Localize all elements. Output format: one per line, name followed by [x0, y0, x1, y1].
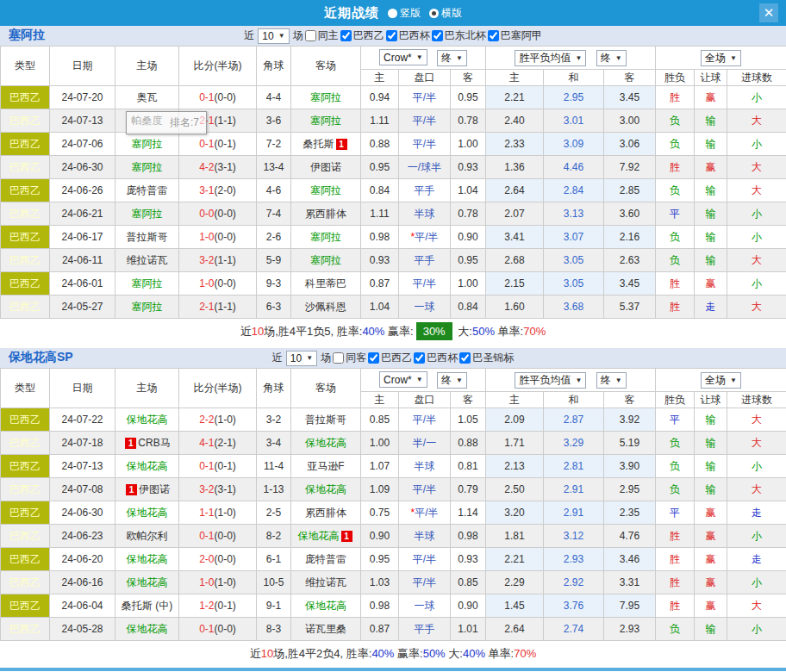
league-checkbox-input[interactable]: [414, 352, 425, 364]
team-name-link[interactable]: 累西腓体: [305, 208, 346, 220]
team-name-link[interactable]: 沙佩科恩: [305, 301, 346, 313]
cell-date: 24-06-17: [50, 226, 115, 249]
team-name-link[interactable]: 累西腓体: [305, 507, 346, 519]
score-halftime: (2-1): [215, 437, 236, 449]
team-name-link[interactable]: 维拉诺瓦: [127, 254, 168, 266]
league-filter[interactable]: 巴塞阿甲: [488, 28, 542, 43]
cell-avg-home: 2.13: [486, 455, 544, 478]
team-name-link[interactable]: 保地花高: [127, 553, 168, 565]
league-checkbox-input[interactable]: [459, 352, 471, 364]
team-name-link[interactable]: 塞阿拉: [310, 91, 341, 103]
team-name-link[interactable]: 桑托斯 (中): [122, 600, 172, 612]
odds-final-select[interactable]: 终▼: [437, 50, 467, 66]
handicap-value: 平手: [415, 623, 435, 635]
radio-icon[interactable]: [388, 9, 397, 18]
team-name-link[interactable]: CRB马: [138, 437, 170, 449]
league-filter[interactable]: 巴西杯: [414, 351, 458, 365]
league-filter[interactable]: 巴西杯: [386, 28, 430, 43]
team-name-link[interactable]: 塞阿拉: [132, 138, 163, 150]
cell-result: 胜: [656, 156, 695, 179]
horizontal-layout-radio[interactable]: 横版: [429, 6, 462, 21]
league-filter-label: 巴塞阿甲: [501, 28, 542, 43]
cell-odds-home: 0.98: [361, 226, 399, 249]
avg-odds-select[interactable]: 胜平负均值▼: [515, 50, 586, 66]
summary-part: 单率:: [485, 646, 514, 662]
team-name-link[interactable]: 桑托斯: [303, 138, 334, 150]
team-name-link[interactable]: 保地花高: [305, 483, 346, 495]
col-home: 主场: [115, 47, 179, 86]
cell-date: 24-07-18: [50, 432, 115, 455]
same-home-checkbox[interactable]: 同主: [305, 28, 339, 43]
handicap-value: 平/半: [413, 138, 436, 150]
league-checkbox-input[interactable]: [432, 30, 443, 41]
cell-away: 桑托斯1: [291, 133, 361, 156]
cell-corners: 6-1: [257, 548, 291, 571]
team-name-link[interactable]: 亚马逊F: [307, 460, 344, 472]
team-name-link[interactable]: 普拉斯哥: [127, 231, 168, 243]
team-name-link[interactable]: 庞特普雷: [305, 553, 346, 565]
league-checkbox-input[interactable]: [368, 352, 379, 364]
team-name-link[interactable]: 塞阿拉: [132, 161, 163, 173]
team-name-link[interactable]: 塞阿拉: [310, 254, 341, 266]
odds-company-select[interactable]: Crow*▼: [379, 49, 427, 65]
league-checkbox-input[interactable]: [488, 30, 499, 41]
same-away-checkbox[interactable]: 同客: [333, 351, 366, 365]
team-name-link[interactable]: 欧帕尔利: [127, 530, 168, 542]
team-name-link[interactable]: 保地花高: [127, 460, 168, 472]
scope-select[interactable]: 全场▼: [701, 372, 741, 389]
cell-odds-home: 0.84: [361, 179, 399, 202]
team-name-link[interactable]: 奥瓦: [137, 91, 158, 103]
league-filter-label: 巴西乙: [381, 351, 412, 365]
team-name-link[interactable]: 保地花高: [127, 576, 168, 588]
team-name-link[interactable]: 保地花高: [127, 507, 168, 519]
avg-final-select[interactable]: 终▼: [596, 372, 627, 389]
col-corner: 角球: [257, 47, 291, 86]
odds-company-select[interactable]: Crow*▼: [379, 371, 427, 388]
score-halftime: (1-0): [215, 507, 236, 519]
close-icon[interactable]: ✕: [759, 3, 778, 22]
summary-part: 赢率:: [394, 646, 422, 662]
team-name-link[interactable]: 诺瓦里桑: [305, 623, 346, 635]
team-name-link[interactable]: 塞阿拉: [310, 184, 341, 196]
team-name-link[interactable]: 保地花高: [127, 414, 168, 426]
team-name-link[interactable]: 塞阿拉: [310, 115, 341, 127]
team-name-link[interactable]: 科里蒂巴: [305, 277, 346, 289]
vertical-layout-radio[interactable]: 竖版: [388, 6, 421, 21]
league-filter[interactable]: 巴西乙: [340, 28, 384, 43]
team-name-link[interactable]: 塞阿拉: [310, 231, 341, 243]
team-name-link[interactable]: 保地花高: [298, 530, 340, 542]
games-count-select[interactable]: 10 ▼: [286, 351, 317, 366]
league-checkbox-input[interactable]: [386, 30, 397, 41]
score-fulltime: 0-1: [199, 623, 214, 635]
avg-odds-select[interactable]: 胜平负均值▼: [515, 372, 586, 389]
cell-odds-home: 0.75: [361, 501, 399, 525]
radio-checked-icon[interactable]: [429, 9, 439, 18]
team-name-link[interactable]: 普拉斯哥: [305, 414, 346, 426]
odds-final-value: 终: [441, 373, 452, 388]
league-filter[interactable]: 巴东北杯: [432, 28, 486, 43]
cell-goals: 大: [727, 109, 786, 133]
games-count-select[interactable]: 10 ▼: [258, 28, 289, 44]
same-away-checkbox-input[interactable]: [333, 352, 344, 364]
odds-final-select[interactable]: 终▼: [437, 372, 467, 389]
same-home-checkbox-input[interactable]: [305, 30, 316, 41]
scope-select[interactable]: 全场▼: [701, 50, 741, 66]
team-name-link[interactable]: 塞阿拉: [132, 208, 163, 220]
filter-bar: 保地花高SP 近 10 ▼ 场 同客 巴西乙巴西杯巴圣锦标: [0, 348, 786, 368]
team-name-link[interactable]: 伊图诺: [310, 161, 341, 173]
league-filter[interactable]: 巴西乙: [368, 351, 412, 365]
team-name-link[interactable]: 塞阿拉: [132, 277, 163, 289]
team-name-link[interactable]: 保地花高: [305, 600, 346, 612]
team-name-link[interactable]: 维拉诺瓦: [305, 576, 346, 588]
same-away-label: 同客: [346, 351, 366, 365]
cell-odds-home: 0.87: [361, 272, 399, 296]
team-name-link[interactable]: 保地花高: [127, 623, 168, 635]
team-name-link[interactable]: 塞阿拉: [132, 301, 163, 313]
team-name-link[interactable]: 保地花高: [305, 437, 346, 449]
team-name-link[interactable]: 庞特普雷: [127, 184, 168, 196]
league-checkbox-input[interactable]: [340, 30, 352, 41]
league-filter[interactable]: 巴圣锦标: [459, 351, 514, 365]
cell-odds-home: 0.95: [361, 548, 399, 571]
avg-final-select[interactable]: 终▼: [596, 50, 627, 66]
team-name-link[interactable]: 伊图诺: [139, 483, 170, 495]
